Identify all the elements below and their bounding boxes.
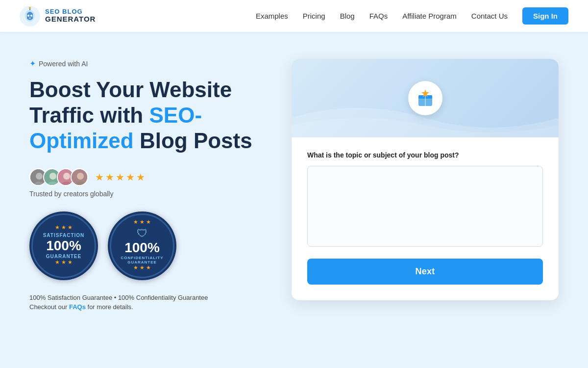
spark-icon: ✦ <box>29 59 36 68</box>
star-1: ★ <box>95 171 104 183</box>
badge-ring-decoration <box>110 213 174 278</box>
badges-row: ★ ★ ★ SATISFACTION 100% GUARANTEE ★ ★ ★ … <box>29 211 262 280</box>
logo-icon <box>20 6 40 26</box>
powered-badge: ✦ Powered with AI <box>29 59 262 68</box>
nav-links: Examples Pricing Blog FAQs Affiliate Pro… <box>256 7 568 25</box>
header-icon-container <box>408 81 442 115</box>
star-5: ★ <box>136 171 145 183</box>
badge-ring-decoration <box>31 213 96 278</box>
nav-pricing[interactable]: Pricing <box>303 12 325 20</box>
form-card: What is the topic or subject of your blo… <box>292 59 559 300</box>
card-body: What is the topic or subject of your blo… <box>292 137 559 300</box>
svg-point-2 <box>27 15 29 17</box>
nav-faqs[interactable]: FAQs <box>369 12 388 20</box>
main-content: ✦ Powered with AI Boost Your Website Tra… <box>0 32 588 332</box>
avatars <box>29 168 88 186</box>
right-panel: What is the topic or subject of your blo… <box>292 59 559 300</box>
svg-rect-4 <box>29 18 31 19</box>
star-2: ★ <box>105 171 114 183</box>
form-question: What is the topic or subject of your blo… <box>307 151 543 159</box>
faqs-link[interactable]: FAQs <box>69 303 86 311</box>
avatar <box>71 168 88 186</box>
more-details: for more details. <box>86 303 133 311</box>
nav-blog[interactable]: Blog <box>340 12 355 20</box>
checkout-text: Checkout our FAQs for more details. <box>29 303 262 311</box>
svg-point-8 <box>36 173 43 180</box>
hero-title-part2: Blog Posts <box>134 129 252 153</box>
card-header <box>292 59 559 137</box>
nav-examples[interactable]: Examples <box>256 12 288 20</box>
checkout-prefix: Checkout our <box>29 303 69 311</box>
star-rating: ★ ★ ★ ★ ★ <box>95 171 145 183</box>
signin-button[interactable]: Sign In <box>522 7 568 25</box>
nav-contact[interactable]: Contact Us <box>471 12 508 20</box>
logo[interactable]: SEO BLOG GENERATOR <box>20 6 96 26</box>
svg-point-17 <box>77 173 84 180</box>
hero-title: Boost Your Website Traffic with SEO-Opti… <box>29 77 262 154</box>
next-button[interactable]: Next <box>307 259 543 285</box>
confidentiality-badge: ★ ★ ★ 🛡 100% CONFIDENTIALITY GUARANTEE ★… <box>108 211 176 280</box>
powered-label: Powered with AI <box>39 60 88 68</box>
satisfaction-badge: ★ ★ ★ SATISFACTION 100% GUARANTEE ★ ★ ★ <box>29 211 98 280</box>
box-star-icon <box>416 88 435 108</box>
star-3: ★ <box>116 171 124 183</box>
star-4: ★ <box>126 171 135 183</box>
svg-point-11 <box>49 173 56 180</box>
guarantee-text: 100% Satisfaction Guarantee • 100% Confi… <box>29 294 262 301</box>
trusted-text: Trusted by creators globally <box>29 190 262 198</box>
left-panel: ✦ Powered with AI Boost Your Website Tra… <box>29 59 262 313</box>
topic-textarea[interactable] <box>307 166 543 247</box>
stars-row: ★ ★ ★ ★ ★ <box>29 168 262 186</box>
svg-point-14 <box>63 173 70 180</box>
navbar: SEO BLOG GENERATOR Examples Pricing Blog… <box>0 0 588 32</box>
svg-point-6 <box>29 7 31 9</box>
svg-point-3 <box>30 15 32 17</box>
logo-text: SEO BLOG GENERATOR <box>45 8 96 24</box>
nav-affiliate[interactable]: Affiliate Program <box>402 12 457 20</box>
